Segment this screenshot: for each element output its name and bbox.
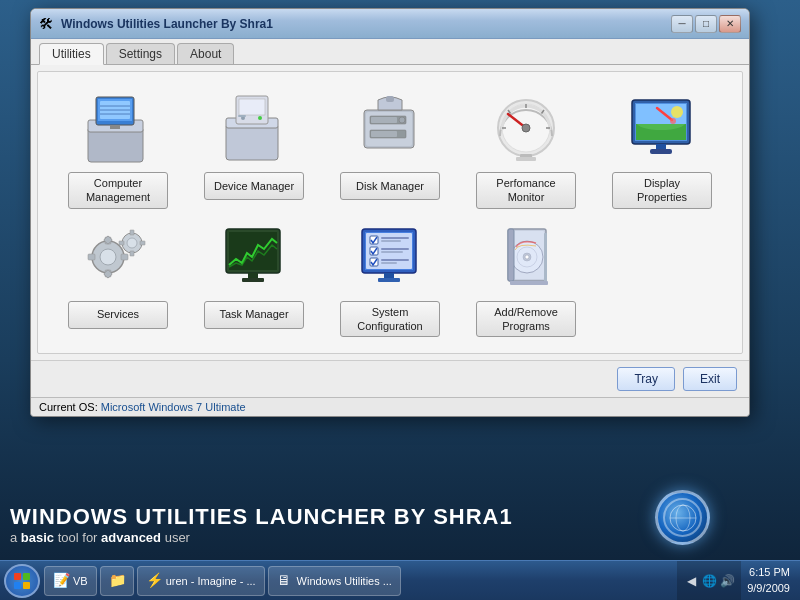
taskbar-utilities-button[interactable]: 🖥 Windows Utilities ... xyxy=(268,566,401,596)
close-button[interactable]: ✕ xyxy=(719,15,741,33)
folder-icon: 📁 xyxy=(109,573,125,589)
svg-rect-95 xyxy=(23,573,30,580)
svg-rect-19 xyxy=(238,115,246,117)
disk-manager-icon xyxy=(345,88,435,168)
svg-rect-50 xyxy=(650,149,672,154)
services-icon xyxy=(73,217,163,297)
svg-rect-13 xyxy=(226,124,278,160)
svg-rect-76 xyxy=(381,240,401,242)
svg-point-1 xyxy=(676,505,690,531)
svg-rect-92 xyxy=(544,233,547,283)
svg-rect-94 xyxy=(14,573,21,580)
svg-rect-27 xyxy=(371,131,397,137)
svg-point-46 xyxy=(671,106,683,118)
display-properties-icon xyxy=(617,88,707,168)
title-bar: 🛠 Windows Utilities Launcher By Shra1 ─ … xyxy=(31,9,749,39)
tab-utilities[interactable]: Utilities xyxy=(39,43,104,65)
status-label: Current OS: xyxy=(39,401,101,413)
svg-point-62 xyxy=(127,238,137,248)
maximize-button[interactable]: □ xyxy=(695,15,717,33)
svg-rect-97 xyxy=(23,582,30,589)
list-item[interactable]: Disk Manager xyxy=(326,88,454,209)
tray-button[interactable]: Tray xyxy=(617,367,675,391)
svg-rect-70 xyxy=(242,278,264,282)
taskbar: 📝 VB 📁 ⚡ uren - Imagine - ... 🖥 Windows … xyxy=(0,560,800,600)
task-manager-button[interactable]: Task Manager xyxy=(204,301,304,329)
list-item[interactable]: Perfomance Monitor xyxy=(462,88,590,209)
tab-about[interactable]: About xyxy=(177,43,234,64)
svg-rect-96 xyxy=(14,582,21,589)
svg-rect-66 xyxy=(119,241,124,245)
svg-rect-8 xyxy=(110,125,120,129)
svg-rect-79 xyxy=(381,251,403,253)
svg-rect-82 xyxy=(381,262,397,264)
svg-rect-65 xyxy=(140,241,145,245)
system-configuration-icon xyxy=(345,217,435,297)
clock-date: 9/9/2009 xyxy=(747,581,790,596)
window-controls: ─ □ ✕ xyxy=(671,15,741,33)
svg-point-25 xyxy=(399,117,405,123)
taskbar-imagine-label: uren - Imagine - ... xyxy=(166,575,256,587)
list-item[interactable]: System Configuration xyxy=(326,217,454,338)
svg-rect-28 xyxy=(386,96,394,102)
tray-arrow-icon[interactable]: ◀ xyxy=(683,573,699,589)
clock-time: 6:15 PM xyxy=(747,565,790,580)
svg-rect-56 xyxy=(88,254,95,260)
status-bar: Current OS: Microsoft Windows 7 Ultimate xyxy=(31,397,749,416)
clock: 6:15 PM 9/9/2009 xyxy=(741,565,796,596)
list-item[interactable]: Task Manager xyxy=(190,217,318,338)
computer-management-icon xyxy=(73,88,163,168)
content-area: Computer Management xyxy=(37,71,743,354)
tray-volume-icon: 🔊 xyxy=(719,573,735,589)
performance-monitor-button[interactable]: Perfomance Monitor xyxy=(476,172,576,209)
svg-rect-24 xyxy=(371,117,397,123)
svg-rect-39 xyxy=(516,157,536,161)
disk-manager-button[interactable]: Disk Manager xyxy=(340,172,440,200)
device-manager-button[interactable]: Device Manager xyxy=(204,172,304,200)
system-configuration-button[interactable]: System Configuration xyxy=(340,301,440,338)
performance-monitor-icon xyxy=(481,88,571,168)
computer-management-button[interactable]: Computer Management xyxy=(68,172,168,209)
start-button[interactable] xyxy=(4,564,40,598)
svg-rect-81 xyxy=(381,259,409,261)
svg-point-48 xyxy=(670,118,676,124)
svg-rect-93 xyxy=(510,281,548,285)
windows-globe-icon xyxy=(655,490,710,545)
add-remove-programs-button[interactable]: Add/Remove Programs xyxy=(476,301,576,338)
list-item[interactable]: Add/Remove Programs xyxy=(462,217,590,338)
tab-bar: Utilities Settings About xyxy=(31,39,749,65)
svg-rect-17 xyxy=(239,99,265,115)
add-remove-programs-icon xyxy=(481,217,571,297)
list-item[interactable]: Services xyxy=(54,217,182,338)
desktop-branding: WINDOWS UTILITIES LAUNCHER BY SHRA1 a ba… xyxy=(10,504,513,545)
svg-rect-84 xyxy=(378,278,400,282)
svg-rect-64 xyxy=(130,251,134,256)
utilities-icon: 🖥 xyxy=(277,573,293,589)
svg-rect-63 xyxy=(130,230,134,235)
svg-rect-68 xyxy=(229,232,277,270)
services-button[interactable]: Services xyxy=(68,301,168,329)
svg-point-52 xyxy=(100,249,116,265)
list-item[interactable]: Computer Management xyxy=(54,88,182,209)
device-manager-icon xyxy=(209,88,299,168)
bottom-action-bar: Tray Exit xyxy=(31,360,749,397)
tab-settings[interactable]: Settings xyxy=(106,43,175,64)
taskbar-folder-button[interactable]: 📁 xyxy=(100,566,134,596)
svg-rect-75 xyxy=(381,237,409,239)
imagine-icon: ⚡ xyxy=(146,573,162,589)
taskbar-vb-button[interactable]: 📝 VB xyxy=(44,566,97,596)
svg-point-90 xyxy=(525,255,529,259)
exit-button[interactable]: Exit xyxy=(683,367,737,391)
minimize-button[interactable]: ─ xyxy=(671,15,693,33)
svg-point-20 xyxy=(258,116,262,120)
tray-network-icon: 🌐 xyxy=(701,573,717,589)
app-window: 🛠 Windows Utilities Launcher By Shra1 ─ … xyxy=(30,8,750,417)
window-title: Windows Utilities Launcher By Shra1 xyxy=(61,17,671,31)
svg-rect-78 xyxy=(381,248,409,250)
svg-point-0 xyxy=(670,505,696,531)
taskbar-imagine-button[interactable]: ⚡ uren - Imagine - ... xyxy=(137,566,265,596)
list-item[interactable]: Display Properties xyxy=(598,88,726,209)
status-value: Microsoft Windows 7 Ultimate xyxy=(101,401,246,413)
display-properties-button[interactable]: Display Properties xyxy=(612,172,712,209)
list-item[interactable]: Device Manager xyxy=(190,88,318,209)
